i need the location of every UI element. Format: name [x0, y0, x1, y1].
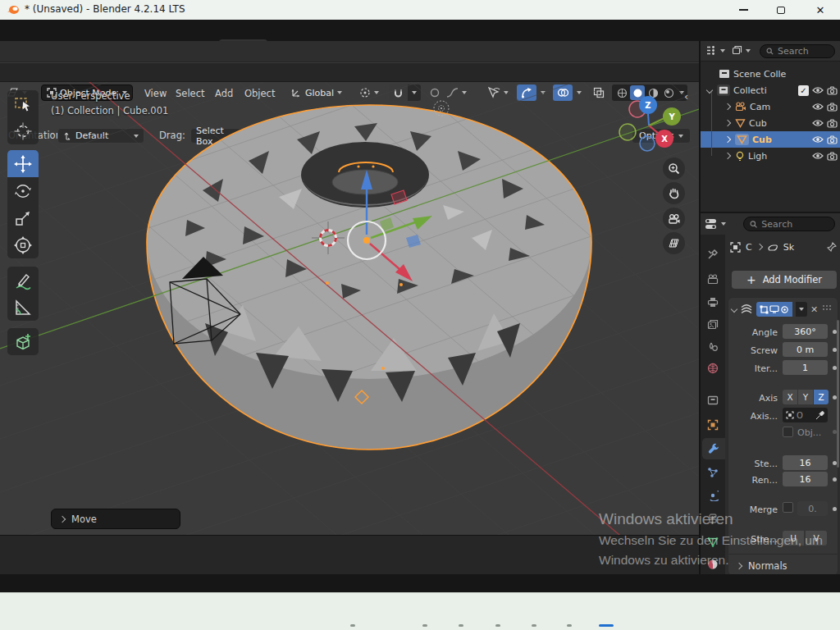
minimize-button[interactable] [725, 0, 761, 20]
drag-handle-icon[interactable] [821, 304, 831, 314]
collection-checkbox[interactable]: ✓ [798, 85, 809, 96]
properties-search-input[interactable] [761, 219, 829, 230]
eyedropper-icon[interactable] [815, 411, 824, 420]
hide-eye-icon[interactable] [812, 152, 824, 160]
add-modifier-button[interactable]: + Add Modifier [732, 271, 837, 289]
tab-constraints[interactable] [702, 509, 724, 528]
stretch-v-button[interactable]: V [806, 531, 827, 546]
merge-checkbox[interactable] [783, 502, 793, 513]
tab-object[interactable] [702, 415, 724, 435]
navigation-gizmo[interactable]: Z Y X [619, 96, 681, 151]
hide-eye-icon[interactable] [812, 86, 824, 94]
disable-render-icon[interactable] [827, 103, 838, 112]
iterations-field[interactable]: 1 [783, 360, 828, 375]
modifier-delete-button[interactable]: ✕ [810, 304, 818, 315]
zoom-button[interactable] [663, 158, 685, 180]
angle-field[interactable]: 360° [783, 324, 828, 339]
outliner-display-mode-dropdown[interactable] [705, 45, 725, 56]
stretch-u-button[interactable]: U [783, 531, 804, 546]
steps-field[interactable]: 16 [783, 455, 828, 470]
modifier-extras-dropdown[interactable] [796, 302, 807, 317]
axis-z-button[interactable]: Z [814, 390, 829, 404]
tool-scale[interactable] [7, 204, 39, 231]
disable-render-icon[interactable] [827, 119, 838, 128]
editmode-toggle-icon[interactable] [760, 305, 769, 314]
axis-x-label: X [787, 392, 792, 402]
hide-eye-icon[interactable] [812, 103, 824, 111]
properties-scrollbar[interactable] [837, 320, 839, 468]
viewport-canvas[interactable]: Z Y X [0, 82, 699, 535]
axis-label: Axis [728, 393, 778, 404]
camera-view-button[interactable] [663, 208, 685, 230]
tab-output[interactable] [702, 292, 724, 312]
tool-annotate[interactable] [7, 267, 39, 294]
outliner-row-cube-selected[interactable]: Cub [701, 131, 840, 148]
outliner-row-cube[interactable]: Cub [701, 115, 840, 131]
select-box-icon [13, 94, 33, 114]
tab-scene[interactable] [702, 336, 724, 356]
render-animate-dot[interactable] [833, 477, 837, 482]
close-button[interactable]: ✕ [801, 0, 840, 20]
modifier-name-field[interactable] [756, 302, 792, 317]
axis-y-button[interactable]: Y [798, 390, 813, 404]
tab-view-layer[interactable] [702, 314, 724, 334]
render-steps-field[interactable]: 16 [783, 472, 828, 486]
sidebar-collapse-arrow[interactable]: ‹ [684, 90, 688, 103]
axis-x-button[interactable]: X [783, 390, 797, 404]
topbar: File Edit Render Window Help Layout Mode… [0, 20, 840, 41]
chevron-right-icon[interactable] [724, 120, 731, 126]
disable-render-icon[interactable] [827, 152, 838, 161]
pan-button[interactable] [663, 182, 685, 204]
operator-panel-move[interactable]: Move [51, 509, 180, 529]
properties-search[interactable] [743, 217, 835, 231]
disable-render-icon[interactable] [827, 135, 838, 144]
expand-chevron-icon[interactable] [731, 306, 737, 313]
tool-move[interactable] [7, 150, 39, 177]
outliner-row-light[interactable]: Ligh [701, 148, 840, 164]
outliner-filter-dropdown[interactable] [732, 45, 751, 56]
breadcrumb-modifier-label[interactable]: Sk [783, 242, 822, 253]
breadcrumb-object-label[interactable]: C [746, 242, 752, 253]
tab-particles[interactable] [702, 463, 724, 482]
tool-transform[interactable] [7, 231, 39, 258]
view-context-label: (1) Collection | Cube.001 [51, 105, 168, 116]
realtime-toggle-icon[interactable] [769, 305, 779, 313]
disable-render-icon[interactable] [827, 86, 838, 95]
axis-object-field[interactable]: O [783, 408, 828, 422]
tab-object-data[interactable] [702, 532, 724, 551]
stretch-u-label: U [790, 533, 797, 543]
outliner-row-camera[interactable]: Cam [701, 98, 840, 115]
modifier-header[interactable]: ✕ [732, 301, 836, 317]
properties-editor-type-button[interactable] [705, 218, 726, 230]
outliner-search[interactable] [760, 44, 835, 58]
tab-tool[interactable] [702, 244, 724, 264]
object-checkbox[interactable] [783, 427, 793, 437]
tool-measure[interactable] [7, 294, 39, 321]
pin-icon[interactable] [827, 242, 837, 252]
orthographic-toggle-button[interactable] [663, 232, 685, 254]
outliner-row-scene-collection[interactable]: Scene Colle [701, 66, 840, 82]
outliner-search-input[interactable] [778, 46, 829, 57]
tab-modifiers[interactable] [702, 438, 725, 459]
tab-world[interactable] [702, 358, 724, 378]
chevron-right-icon[interactable] [724, 153, 731, 159]
merge-field[interactable]: 0. [797, 501, 828, 516]
screw-field[interactable]: 0 m [783, 342, 828, 357]
hide-eye-icon[interactable] [812, 135, 824, 144]
hide-eye-icon[interactable] [812, 119, 824, 127]
chevron-right-icon[interactable] [724, 103, 731, 110]
tool-rotate[interactable] [7, 177, 39, 204]
tool-cursor[interactable] [7, 117, 39, 144]
maximize-button[interactable] [763, 0, 799, 20]
outliner-row-collection[interactable]: Collecti ✓ [701, 82, 840, 98]
tab-physics[interactable] [702, 486, 724, 505]
tab-collection[interactable] [702, 390, 724, 410]
normals-subpanel[interactable]: Normals [737, 560, 788, 572]
merge-animate-dot[interactable] [833, 507, 837, 511]
tab-material[interactable] [702, 555, 724, 574]
chevron-right-icon[interactable] [724, 136, 731, 143]
render-toggle-icon[interactable] [780, 305, 789, 314]
tool-select-box[interactable] [7, 90, 39, 117]
tab-render[interactable] [702, 269, 724, 289]
tool-add-cube[interactable] [7, 328, 39, 355]
